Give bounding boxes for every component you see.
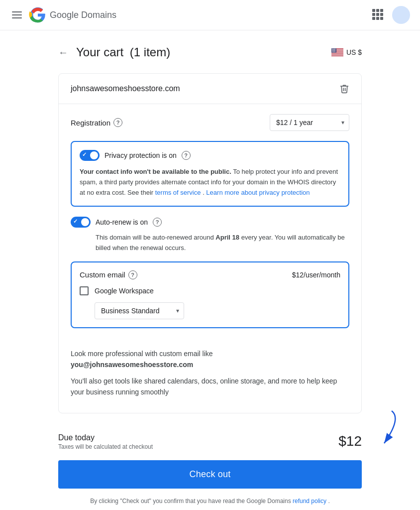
svg-point-15: [333, 49, 333, 50]
autorenew-header: ✓ Auto-renew is on ?: [71, 217, 349, 228]
autorenew-date: April 18: [215, 234, 239, 241]
svg-point-35: [335, 51, 336, 51]
autorenew-title: Auto-renew is on: [96, 218, 148, 226]
workspace-label: Google Workspace: [95, 287, 154, 295]
header-left: Google Domains: [10, 6, 116, 24]
google-g-icon: [29, 6, 47, 24]
registration-text: Registration: [71, 119, 110, 127]
domain-row: johnsawesomeshoesstore.com: [59, 74, 361, 104]
avatar[interactable]: [392, 6, 410, 24]
svg-point-38: [333, 52, 334, 52]
svg-point-11: [334, 49, 334, 49]
svg-point-14: [332, 49, 332, 50]
autorenew-toggle[interactable]: ✓: [71, 217, 91, 228]
svg-point-23: [334, 50, 335, 50]
autorenew-info-icon[interactable]: ?: [153, 218, 162, 227]
apps-grid-icon[interactable]: [372, 9, 384, 21]
registration-select[interactable]: $12 / 1 year $24 / 2 years: [270, 114, 349, 131]
privacy-toggle[interactable]: ✓: [80, 150, 100, 161]
due-today-left: Due today Taxes will be calculated at ch…: [58, 433, 153, 450]
svg-rect-5: [331, 54, 343, 54]
logo-text: Google Domains: [50, 10, 116, 20]
cart-title: Your cart: [76, 45, 123, 59]
due-today-sub: Taxes will be calculated at checkout: [58, 443, 153, 450]
workspace-checkbox[interactable]: [80, 286, 89, 295]
svg-point-19: [332, 50, 332, 50]
footer-end: .: [328, 498, 329, 505]
refund-policy-link[interactable]: refund policy: [293, 498, 326, 505]
promo-email: you@johnsawesomeshoesstore.com: [71, 361, 193, 369]
registration-select-wrapper: $12 / 1 year $24 / 2 years ▾: [270, 114, 349, 131]
svg-point-9: [332, 49, 333, 49]
domain-name: johnsawesomeshoesstore.com: [71, 84, 180, 93]
checkout-button[interactable]: Check out: [58, 460, 362, 489]
svg-point-24: [335, 50, 336, 50]
svg-point-30: [332, 51, 332, 51]
svg-point-16: [333, 49, 334, 50]
svg-point-10: [333, 49, 333, 49]
arrow-annotation-icon: [347, 408, 412, 453]
custom-email-title: Custom email ?: [80, 270, 137, 279]
svg-point-18: [335, 49, 335, 50]
cart-card: johnsawesomeshoesstore.com Registration …: [58, 73, 362, 413]
tos-link[interactable]: terms of service: [155, 189, 201, 196]
privacy-bold: Your contact info won't be available to …: [80, 168, 231, 175]
svg-point-22: [334, 50, 334, 50]
header: Google Domains: [0, 0, 420, 30]
svg-point-12: [334, 49, 335, 49]
custom-email-card: Custom email ? $12/user/month Google Wor…: [71, 261, 349, 328]
delete-icon[interactable]: [339, 84, 349, 94]
svg-rect-6: [331, 55, 343, 56]
privacy-title: Privacy protection is on: [105, 151, 177, 159]
registration-label: Registration ?: [71, 118, 122, 127]
custom-email-info-icon[interactable]: ?: [128, 270, 137, 279]
page-title-bar: ← Your cart (1 item): [58, 45, 362, 59]
privacy-info-icon[interactable]: ?: [182, 151, 191, 160]
privacy-learn-more-link[interactable]: Learn more about privacy protection: [206, 189, 310, 196]
plan-select[interactable]: Business Standard Business Starter Busin…: [95, 302, 184, 319]
currency-badge: US $: [331, 48, 362, 56]
registration-row: Registration ? $12 / 1 year $24 / 2 year…: [59, 104, 361, 141]
page-title: Your cart (1 item): [76, 45, 170, 59]
svg-point-33: [334, 51, 334, 51]
due-today-label: Due today: [58, 433, 153, 442]
footer-note: By clicking "Check out" you confirm that…: [58, 497, 362, 506]
currency-text: US $: [346, 48, 362, 56]
registration-info-icon[interactable]: ?: [113, 118, 122, 127]
custom-email-price: $12/user/month: [292, 271, 340, 279]
svg-point-36: [332, 52, 332, 52]
svg-point-37: [333, 52, 333, 52]
promo-line1: Look more professional with custom email…: [71, 350, 213, 358]
title-left: ← Your cart (1 item): [58, 45, 170, 59]
svg-point-26: [333, 50, 333, 51]
svg-point-27: [333, 50, 334, 51]
promo-text1: Look more professional with custom email…: [71, 348, 349, 371]
svg-point-20: [332, 50, 333, 50]
custom-email-header: Custom email ? $12/user/month: [80, 270, 340, 279]
svg-point-34: [334, 51, 335, 51]
custom-email-label: Custom email: [80, 270, 125, 279]
autorenew-text1: This domain will be auto-renewed around: [96, 234, 215, 241]
workspace-row: Google Workspace: [80, 286, 340, 295]
svg-point-28: [334, 50, 335, 51]
privacy-body: Your contact info won't be available to …: [80, 167, 340, 198]
svg-point-13: [335, 49, 336, 49]
plan-select-wrapper: Business Standard Business Starter Busin…: [95, 302, 184, 319]
privacy-header: ✓ Privacy protection is on ?: [80, 150, 340, 161]
header-right: [372, 6, 410, 24]
svg-point-32: [333, 51, 333, 51]
autorenew-row: ✓ Auto-renew is on ? This domain will be…: [59, 217, 361, 261]
svg-point-31: [332, 51, 333, 51]
svg-point-29: [335, 50, 335, 51]
promo-text2: You'll also get tools like shared calend…: [71, 376, 349, 398]
due-today-right: $12: [338, 433, 362, 449]
logo: Google Domains: [29, 6, 116, 24]
menu-icon[interactable]: [10, 9, 24, 20]
us-flag-icon: [331, 48, 343, 56]
back-button[interactable]: ←: [58, 47, 68, 57]
item-count: (1 item): [130, 45, 170, 59]
svg-point-39: [334, 52, 335, 52]
svg-point-17: [334, 49, 335, 50]
due-today-section: Due today Taxes will be calculated at ch…: [58, 423, 362, 460]
svg-point-8: [332, 49, 332, 49]
